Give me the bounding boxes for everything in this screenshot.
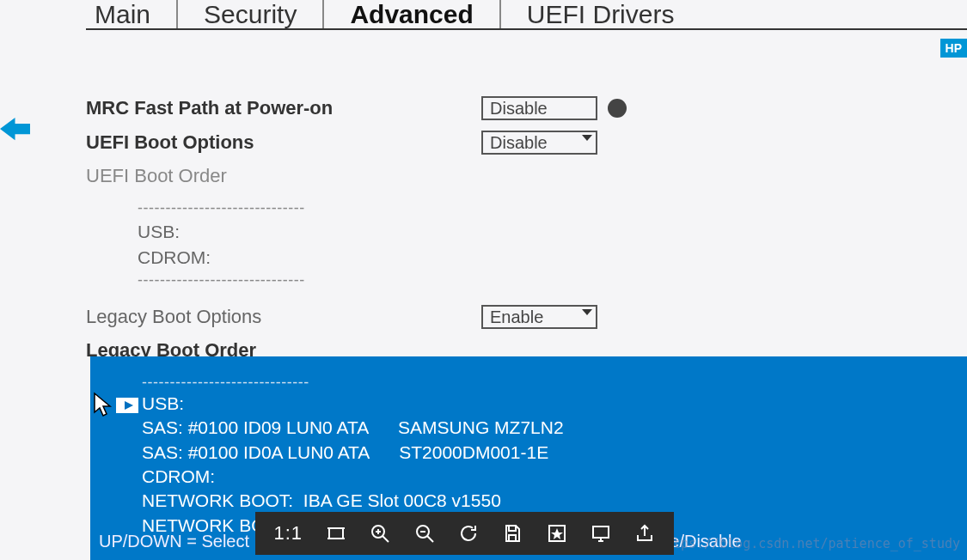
tab-main[interactable]: Main (86, 0, 176, 28)
list-item[interactable]: SAS: #0100 ID09 LUN0 ATA SAMSUNG MZ7LN2 (142, 416, 958, 440)
svg-rect-16 (593, 527, 609, 538)
tab-security[interactable]: Security (176, 0, 322, 28)
zoom-in-icon[interactable] (369, 520, 392, 546)
uefi-boot-options-dropdown[interactable]: Disable (481, 131, 597, 155)
svg-rect-13 (509, 535, 516, 541)
zoom-ratio-button[interactable]: 1:1 (272, 520, 303, 546)
separator-dashes: ------------------------------ (138, 270, 352, 291)
share-icon[interactable] (633, 520, 657, 546)
svg-line-6 (383, 536, 389, 542)
screenshot-toolbar: 1:1 (255, 512, 674, 555)
svg-rect-2 (329, 528, 343, 539)
uefi-boot-options-label: UEFI Boot Options (86, 131, 481, 154)
legacy-boot-options-dropdown[interactable]: Enable (481, 305, 597, 329)
watermark-text: https://blog.csdn.net/patience_of_study (658, 536, 960, 551)
uefi-boot-options-value: Disable (490, 133, 548, 153)
mrc-fast-path-value: Disable (490, 99, 548, 119)
rotate-icon[interactable] (456, 520, 480, 546)
legacy-boot-options-label: Legacy Boot Options (86, 306, 481, 328)
selection-marker-icon (116, 398, 138, 413)
separator-dashes: ------------------------------ (142, 374, 357, 392)
svg-marker-15 (551, 528, 563, 539)
list-item: CDROM: (138, 245, 967, 270)
list-item: USB: (138, 219, 967, 244)
crop-icon[interactable] (324, 520, 347, 546)
advanced-content: MRC Fast Path at Power-on Disable UEFI B… (86, 96, 967, 362)
list-item[interactable]: SAS: #0100 ID0A LUN0 ATA ST2000DM001-1E (142, 441, 958, 465)
brand-badge: HP (940, 39, 967, 58)
uefi-boot-order-label: UEFI Boot Order (86, 165, 481, 187)
screen-icon[interactable] (589, 520, 612, 546)
tab-advanced[interactable]: Advanced (322, 0, 499, 28)
mrc-fast-path-label: MRC Fast Path at Power-on (86, 97, 481, 119)
uefi-boot-order-list: ------------------------------ USB: CDRO… (138, 198, 967, 291)
tab-uefi-drivers[interactable]: UEFI Drivers (499, 0, 701, 28)
svg-rect-12 (509, 526, 516, 531)
legacy-boot-options-value: Enable (490, 307, 543, 327)
zoom-out-icon[interactable] (413, 520, 436, 546)
help-icon[interactable] (608, 99, 627, 118)
list-item[interactable]: CDROM: (142, 465, 958, 489)
mrc-fast-path-dropdown[interactable]: Disable (481, 96, 597, 120)
list-item[interactable]: NETWORK BOOT: IBA GE Slot 00C8 v1550 (142, 489, 958, 513)
separator-dashes: ------------------------------ (138, 198, 352, 219)
back-arrow-icon[interactable] (0, 116, 30, 142)
star-icon[interactable] (545, 520, 568, 546)
save-icon[interactable] (501, 520, 524, 546)
chevron-down-icon (582, 309, 592, 315)
svg-marker-0 (0, 118, 30, 140)
list-item[interactable]: USB: (142, 392, 958, 416)
bios-tabs: Main Security Advanced UEFI Drivers (86, 0, 967, 30)
chevron-down-icon (582, 135, 592, 141)
svg-line-10 (427, 536, 433, 542)
